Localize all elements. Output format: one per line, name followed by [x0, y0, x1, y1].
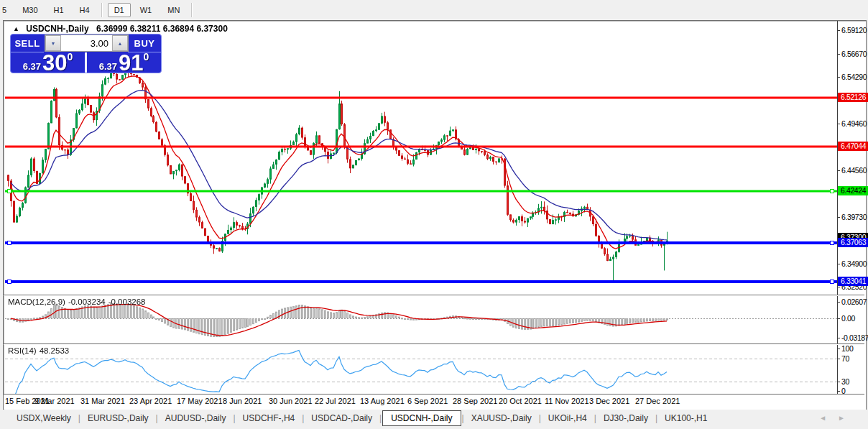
macd-axis-tick: 0.02607 [838, 297, 868, 307]
macd-axis: 0.026070.00-0.03187 [838, 296, 865, 343]
tab-uk100-h1[interactable]: UK100-,H1 [658, 411, 714, 425]
rsi-axis: 10070300 [838, 345, 865, 394]
tab-usdchf-h4[interactable]: USDCHF-,H4 [236, 411, 302, 425]
tab-separator: | [156, 413, 158, 423]
macd-signal-value: -0.003268 [108, 297, 146, 306]
chart-tabs: USDX,Weekly|EURUSD-,Daily|AUDUSD-,Daily|… [10, 410, 714, 426]
toolbar-separator [101, 3, 103, 17]
mt4-terminal: 5M30H1H4D1W1MN ▲ USDCNH-,Daily 6.36999 6… [0, 0, 868, 429]
date-tick-label: 17 May 2021 [177, 397, 223, 405]
buy-price-pip: 0 [143, 52, 149, 61]
timeframe-button-h4[interactable]: H4 [73, 3, 96, 17]
rsi-name: RSI(14) [8, 346, 37, 355]
chart-window: ▲ USDCNH-,Daily 6.36999 6.38211 6.36894 … [3, 20, 867, 410]
date-tick-label: 27 Dec 2021 [635, 397, 680, 405]
tab-scroll-nav: ◄► [819, 414, 857, 422]
price-tick: 6.49460 [838, 119, 868, 129]
toolbar-separator [191, 3, 193, 17]
symbol-label: USDCNH-,Daily [26, 24, 88, 34]
timeframe-button-5[interactable]: 5 [0, 3, 13, 17]
timeframe-toolbar: 5M30H1H4D1W1MN [0, 0, 868, 20]
date-tick-label: 3 Dec 2021 [589, 397, 629, 405]
tab-separator: | [655, 413, 657, 423]
price-level-badge: 6.47044 [838, 142, 868, 151]
date-tick-label: 8 Jun 2021 [223, 397, 262, 405]
date-tick-label: 23 Apr 2021 [129, 397, 172, 405]
rsi-value: 48.2533 [40, 346, 70, 355]
rsi-axis-tick: 30 [838, 377, 868, 387]
tab-separator: | [302, 413, 304, 423]
tab-separator: | [78, 413, 80, 423]
rsi-axis-tick: 100 [838, 344, 868, 354]
price-tick: 6.54290 [838, 73, 868, 82]
sell-button[interactable]: SELL [11, 34, 44, 52]
pane-separator-highlight [4, 295, 864, 296]
tab-separator: | [539, 413, 541, 423]
rsi-indicator-canvas[interactable] [5, 345, 837, 394]
rsi-label-row: RSI(14)48.2533 [8, 346, 72, 355]
trade-panel-prices: 6.37 30 0 6.37 91 0 [11, 52, 161, 73]
timeframe-button-d1[interactable]: D1 [108, 3, 131, 17]
date-tick-label: 31 Mar 2021 [80, 397, 125, 405]
date-tick-label: 22 Jul 2021 [315, 397, 356, 405]
price-level-badge: 6.52126 [838, 93, 868, 102]
tab-separator: | [233, 413, 235, 423]
tab-separator: | [594, 413, 596, 423]
tab-xauusd-daily[interactable]: XAUUSD-,Daily [465, 411, 538, 425]
date-tick-label: 9 Mar 2021 [34, 397, 75, 405]
macd-axis-tick: 0.00 [838, 314, 868, 323]
price-tick: 6.44560 [838, 166, 868, 175]
date-tick-label: 11 Nov 2021 [545, 397, 589, 405]
spin-down-icon[interactable]: ▼ [45, 35, 61, 51]
date-tick-label: 20 Oct 2021 [499, 397, 542, 405]
timeframe-button-m30[interactable]: M30 [16, 3, 44, 17]
price-level-badge: 6.42424 [838, 186, 868, 195]
timeframe-button-mn[interactable]: MN [161, 3, 186, 17]
tab-audusd-daily[interactable]: AUDUSD-,Daily [159, 411, 233, 425]
tab-ukoil-h4[interactable]: UKOil-,H4 [542, 411, 594, 425]
tab-dj30-daily[interactable]: DJ30-,Daily [597, 411, 655, 425]
chart-title: ▲ USDCNH-,Daily 6.36999 6.38211 6.36894 … [13, 24, 228, 34]
date-tick-label: 13 Aug 2021 [360, 397, 405, 405]
macd-name: MACD(12,26,9) [8, 297, 65, 306]
sell-price[interactable]: 6.37 30 0 [11, 52, 85, 73]
sell-price-pip: 0 [68, 52, 73, 61]
sell-price-big: 30 [42, 53, 67, 73]
buy-price-small: 6.37 [99, 60, 117, 73]
buy-price-big: 91 [119, 53, 143, 73]
date-tick-label: 28 Sep 2021 [453, 397, 497, 405]
timeframe-button-w1[interactable]: W1 [134, 3, 159, 17]
date-axis[interactable]: 15 Feb 20219 Mar 202131 Mar 202123 Apr 2… [4, 395, 864, 409]
price-tick: 6.59120 [838, 26, 868, 35]
collapse-arrow-icon[interactable]: ▲ [13, 25, 19, 32]
one-click-trading-panel: SELL ▼ 3.00 ▲ BUY 6.37 30 0 6.37 91 [10, 34, 162, 73]
tab-separator: | [462, 413, 464, 423]
macd-label-row: MACD(12,26,9)-0.003234-0.003268 [8, 297, 148, 306]
macd-main-value: -0.003234 [68, 297, 106, 306]
sell-price-small: 6.37 [23, 60, 41, 73]
price-tick: 6.56670 [838, 50, 868, 59]
chart-tab-bar: USDX,Weekly|EURUSD-,Daily|AUDUSD-,Daily|… [0, 410, 868, 429]
date-tick-label: 6 Sep 2021 [407, 397, 448, 405]
spin-up-icon[interactable]: ▲ [112, 35, 128, 51]
tab-eurusd-daily[interactable]: EURUSD-,Daily [81, 411, 155, 425]
price-tick: 6.39730 [838, 213, 868, 222]
tab-scroll-left-icon[interactable]: ◄ [819, 414, 838, 422]
buy-price[interactable]: 6.37 91 0 [87, 52, 161, 73]
tab-separator: | [379, 413, 382, 423]
volume-stepper: ▼ 3.00 ▲ [45, 34, 129, 52]
macd-axis-tick: -0.03187 [838, 333, 868, 343]
timeframe-button-h1[interactable]: H1 [47, 3, 70, 17]
price-level-badge: 6.33041 [838, 277, 868, 286]
price-tick: 6.34900 [838, 259, 868, 269]
tab-usdcnh-daily[interactable]: USDCNH-,Daily [382, 410, 461, 426]
pane-separator-highlight [4, 344, 864, 345]
price-level-badge: 6.37063 [838, 238, 868, 247]
tab-usdx-weekly[interactable]: USDX,Weekly [10, 411, 78, 425]
date-tick-label: 30 Jun 2021 [269, 397, 313, 405]
ohlc-values: 6.36999 6.38211 6.36894 6.37300 [96, 24, 228, 34]
tab-usdcad-daily[interactable]: USDCAD-,Daily [305, 411, 379, 425]
rsi-axis-tick: 70 [838, 354, 868, 364]
tab-scroll-right-icon[interactable]: ► [838, 414, 857, 422]
volume-input[interactable]: 3.00 [61, 35, 112, 51]
